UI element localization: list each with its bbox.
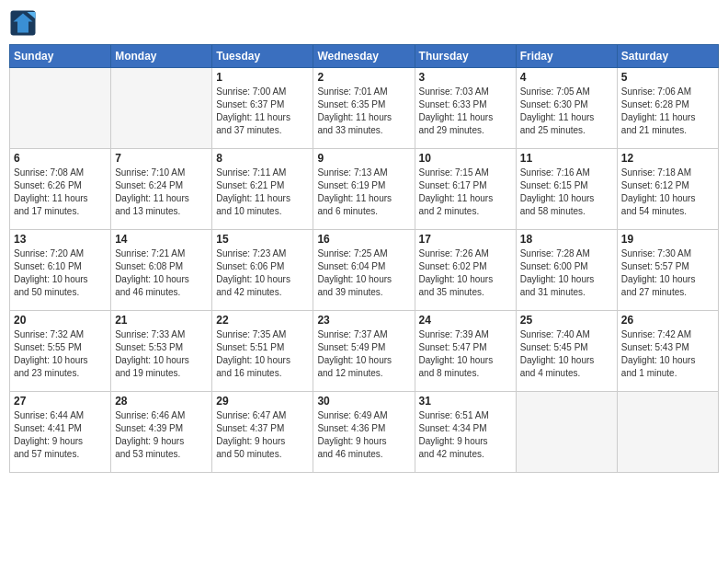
col-header-tuesday: Tuesday	[212, 45, 313, 68]
calendar-cell: 15Sunrise: 7:23 AM Sunset: 6:06 PM Dayli…	[212, 230, 313, 311]
day-detail: Sunrise: 7:10 AM Sunset: 6:24 PM Dayligh…	[115, 167, 208, 218]
calendar-cell	[10, 68, 111, 149]
day-number: 12	[621, 152, 714, 165]
day-number: 17	[419, 233, 512, 246]
calendar-cell: 18Sunrise: 7:28 AM Sunset: 6:00 PM Dayli…	[516, 230, 617, 311]
day-detail: Sunrise: 7:39 AM Sunset: 5:47 PM Dayligh…	[419, 328, 512, 380]
calendar-cell: 22Sunrise: 7:35 AM Sunset: 5:51 PM Dayli…	[212, 311, 313, 392]
col-header-friday: Friday	[516, 45, 617, 68]
week-row-1: 1Sunrise: 7:00 AM Sunset: 6:37 PM Daylig…	[10, 68, 719, 149]
day-detail: Sunrise: 7:23 AM Sunset: 6:06 PM Dayligh…	[216, 247, 309, 299]
calendar-cell	[111, 68, 212, 149]
day-number: 21	[115, 314, 208, 327]
day-number: 20	[14, 314, 107, 327]
calendar-cell	[617, 392, 718, 473]
day-detail: Sunrise: 7:03 AM Sunset: 6:33 PM Dayligh…	[419, 86, 512, 137]
day-number: 29	[216, 395, 309, 408]
day-number: 23	[317, 314, 410, 327]
calendar-cell: 2Sunrise: 7:01 AM Sunset: 6:35 PM Daylig…	[313, 68, 415, 149]
col-header-saturday: Saturday	[617, 45, 718, 68]
day-detail: Sunrise: 7:20 AM Sunset: 6:10 PM Dayligh…	[14, 247, 107, 299]
calendar-table: SundayMondayTuesdayWednesdayThursdayFrid…	[9, 44, 719, 473]
day-number: 16	[317, 233, 410, 246]
col-header-sunday: Sunday	[10, 45, 111, 68]
day-number: 11	[520, 152, 613, 165]
day-number: 13	[14, 233, 107, 246]
day-number: 18	[520, 233, 613, 246]
logo	[9, 9, 40, 37]
day-number: 4	[520, 71, 613, 84]
day-number: 27	[14, 395, 107, 408]
week-row-3: 13Sunrise: 7:20 AM Sunset: 6:10 PM Dayli…	[10, 230, 719, 311]
day-detail: Sunrise: 7:37 AM Sunset: 5:49 PM Dayligh…	[317, 328, 410, 380]
col-header-wednesday: Wednesday	[313, 45, 415, 68]
day-detail: Sunrise: 7:32 AM Sunset: 5:55 PM Dayligh…	[14, 328, 107, 380]
day-detail: Sunrise: 7:06 AM Sunset: 6:28 PM Dayligh…	[621, 86, 714, 137]
calendar-cell: 8Sunrise: 7:11 AM Sunset: 6:21 PM Daylig…	[212, 149, 313, 230]
calendar-cell: 6Sunrise: 7:08 AM Sunset: 6:26 PM Daylig…	[10, 149, 111, 230]
day-detail: Sunrise: 7:42 AM Sunset: 5:43 PM Dayligh…	[621, 328, 714, 380]
page-header	[9, 9, 719, 37]
day-number: 15	[216, 233, 309, 246]
day-detail: Sunrise: 7:18 AM Sunset: 6:12 PM Dayligh…	[621, 167, 714, 218]
day-detail: Sunrise: 7:25 AM Sunset: 6:04 PM Dayligh…	[317, 247, 410, 299]
calendar-cell: 23Sunrise: 7:37 AM Sunset: 5:49 PM Dayli…	[313, 311, 415, 392]
day-detail: Sunrise: 6:47 AM Sunset: 4:37 PM Dayligh…	[216, 409, 309, 461]
calendar-cell: 25Sunrise: 7:40 AM Sunset: 5:45 PM Dayli…	[516, 311, 617, 392]
day-number: 26	[621, 314, 714, 327]
day-number: 1	[216, 71, 309, 84]
day-detail: Sunrise: 7:35 AM Sunset: 5:51 PM Dayligh…	[216, 328, 309, 380]
calendar-cell: 10Sunrise: 7:15 AM Sunset: 6:17 PM Dayli…	[415, 149, 516, 230]
day-number: 14	[115, 233, 208, 246]
day-detail: Sunrise: 7:13 AM Sunset: 6:19 PM Dayligh…	[317, 167, 410, 218]
calendar-cell	[516, 392, 617, 473]
calendar-cell: 31Sunrise: 6:51 AM Sunset: 4:34 PM Dayli…	[415, 392, 516, 473]
day-detail: Sunrise: 7:01 AM Sunset: 6:35 PM Dayligh…	[317, 86, 410, 137]
day-detail: Sunrise: 7:28 AM Sunset: 6:00 PM Dayligh…	[520, 247, 613, 299]
week-row-4: 20Sunrise: 7:32 AM Sunset: 5:55 PM Dayli…	[10, 311, 719, 392]
day-detail: Sunrise: 6:44 AM Sunset: 4:41 PM Dayligh…	[14, 409, 107, 461]
col-header-thursday: Thursday	[415, 45, 516, 68]
week-row-5: 27Sunrise: 6:44 AM Sunset: 4:41 PM Dayli…	[10, 392, 719, 473]
calendar-cell: 16Sunrise: 7:25 AM Sunset: 6:04 PM Dayli…	[313, 230, 415, 311]
day-number: 10	[419, 152, 512, 165]
calendar-cell: 26Sunrise: 7:42 AM Sunset: 5:43 PM Dayli…	[617, 311, 718, 392]
calendar-cell: 20Sunrise: 7:32 AM Sunset: 5:55 PM Dayli…	[10, 311, 111, 392]
day-detail: Sunrise: 7:40 AM Sunset: 5:45 PM Dayligh…	[520, 328, 613, 380]
day-number: 5	[621, 71, 714, 84]
calendar-cell: 7Sunrise: 7:10 AM Sunset: 6:24 PM Daylig…	[111, 149, 212, 230]
calendar-cell: 19Sunrise: 7:30 AM Sunset: 5:57 PM Dayli…	[617, 230, 718, 311]
calendar-cell: 27Sunrise: 6:44 AM Sunset: 4:41 PM Dayli…	[10, 392, 111, 473]
day-number: 31	[419, 395, 512, 408]
day-detail: Sunrise: 7:15 AM Sunset: 6:17 PM Dayligh…	[419, 167, 512, 218]
calendar-cell: 24Sunrise: 7:39 AM Sunset: 5:47 PM Dayli…	[415, 311, 516, 392]
day-detail: Sunrise: 7:08 AM Sunset: 6:26 PM Dayligh…	[14, 167, 107, 218]
day-number: 3	[419, 71, 512, 84]
day-detail: Sunrise: 7:33 AM Sunset: 5:53 PM Dayligh…	[115, 328, 208, 380]
calendar-cell: 30Sunrise: 6:49 AM Sunset: 4:36 PM Dayli…	[313, 392, 415, 473]
calendar-cell: 9Sunrise: 7:13 AM Sunset: 6:19 PM Daylig…	[313, 149, 415, 230]
day-detail: Sunrise: 7:26 AM Sunset: 6:02 PM Dayligh…	[419, 247, 512, 299]
day-detail: Sunrise: 7:21 AM Sunset: 6:08 PM Dayligh…	[115, 247, 208, 299]
calendar-cell: 21Sunrise: 7:33 AM Sunset: 5:53 PM Dayli…	[111, 311, 212, 392]
calendar-cell: 17Sunrise: 7:26 AM Sunset: 6:02 PM Dayli…	[415, 230, 516, 311]
day-number: 8	[216, 152, 309, 165]
calendar-cell: 11Sunrise: 7:16 AM Sunset: 6:15 PM Dayli…	[516, 149, 617, 230]
day-number: 19	[621, 233, 714, 246]
day-number: 9	[317, 152, 410, 165]
day-detail: Sunrise: 7:16 AM Sunset: 6:15 PM Dayligh…	[520, 167, 613, 218]
day-detail: Sunrise: 7:11 AM Sunset: 6:21 PM Dayligh…	[216, 167, 309, 218]
calendar-cell: 14Sunrise: 7:21 AM Sunset: 6:08 PM Dayli…	[111, 230, 212, 311]
day-number: 25	[520, 314, 613, 327]
day-detail: Sunrise: 7:30 AM Sunset: 5:57 PM Dayligh…	[621, 247, 714, 299]
day-number: 30	[317, 395, 410, 408]
day-detail: Sunrise: 6:51 AM Sunset: 4:34 PM Dayligh…	[419, 409, 512, 461]
col-header-monday: Monday	[111, 45, 212, 68]
day-number: 22	[216, 314, 309, 327]
calendar-cell: 5Sunrise: 7:06 AM Sunset: 6:28 PM Daylig…	[617, 68, 718, 149]
calendar-cell: 28Sunrise: 6:46 AM Sunset: 4:39 PM Dayli…	[111, 392, 212, 473]
day-number: 6	[14, 152, 107, 165]
calendar-cell: 29Sunrise: 6:47 AM Sunset: 4:37 PM Dayli…	[212, 392, 313, 473]
calendar-cell: 4Sunrise: 7:05 AM Sunset: 6:30 PM Daylig…	[516, 68, 617, 149]
day-detail: Sunrise: 7:05 AM Sunset: 6:30 PM Dayligh…	[520, 86, 613, 137]
